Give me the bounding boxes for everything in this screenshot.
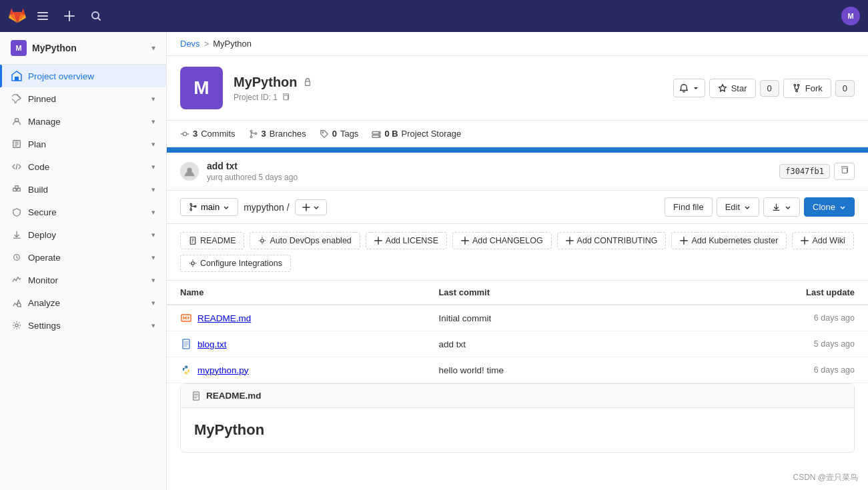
commit-message[interactable]: add txt — [207, 161, 238, 171]
svg-point-15 — [794, 84, 796, 86]
suggest-add-license[interactable]: Add LICENSE — [366, 232, 447, 249]
monitor-icon — [11, 274, 23, 286]
suggest-add-changelog[interactable]: Add CHANGELOG — [452, 232, 552, 249]
svg-point-26 — [379, 135, 380, 136]
svg-point-12 — [15, 324, 18, 327]
notifications-button[interactable] — [673, 79, 705, 97]
sidebar-toggle-icon[interactable] — [32, 5, 53, 27]
edit-button[interactable]: Edit — [717, 197, 759, 217]
file-update-cell: 6 days ago — [669, 305, 868, 331]
copy-id-icon[interactable] — [282, 93, 290, 101]
suggest-kubernetes-label: Add Kubernetes cluster — [691, 236, 778, 245]
pinned-chevron-icon: ▾ — [151, 95, 155, 103]
branches-stat[interactable]: 3 Branches — [249, 129, 306, 139]
commits-count: 3 — [193, 129, 197, 139]
sidebar-item-code[interactable]: Code ▾ — [0, 155, 166, 178]
sidebar-project-avatar: M — [11, 40, 27, 56]
manage-icon — [11, 115, 23, 127]
sidebar-item-secure[interactable]: Secure ▾ — [0, 201, 166, 223]
file-commit-message: add txt — [438, 339, 466, 349]
project-header: M MyPython Project ID: 1 Star — [167, 56, 868, 121]
suggest-contributing-label: Add CONTRIBUTING — [577, 236, 658, 245]
suggest-integrations-icon — [189, 259, 197, 267]
fork-button[interactable]: Fork — [783, 79, 831, 98]
notifications-chevron-icon — [693, 85, 699, 91]
suggest-add-contributing[interactable]: Add CONTRIBUTING — [557, 232, 667, 249]
branch-selector[interactable]: main — [180, 198, 238, 216]
secure-chevron-icon: ▾ — [151, 208, 155, 217]
analyze-icon — [11, 297, 23, 309]
sidebar-pinned-label: Pinned — [28, 94, 146, 104]
commit-hash[interactable]: f3047fb1 — [779, 164, 830, 179]
sidebar-item-analyze[interactable]: Analyze ▾ — [0, 291, 166, 314]
suggest-kubernetes[interactable]: Add Kubernetes cluster — [671, 232, 787, 249]
find-file-label: Find file — [673, 202, 704, 212]
sidebar-project-chevron: ▾ — [151, 43, 155, 53]
suggest-changelog-label: Add CHANGELOG — [472, 236, 543, 245]
project-id-text: Project ID: 1 — [234, 93, 278, 102]
copy-hash-button[interactable] — [834, 163, 855, 180]
file-commit-cell: add txt — [425, 331, 668, 357]
star-icon — [718, 83, 727, 93]
sidebar-item-build[interactable]: Build ▾ — [0, 178, 166, 201]
sidebar-item-operate[interactable]: Operate ▾ — [0, 246, 166, 269]
file-name-link[interactable]: mypython.py — [197, 365, 249, 375]
storage-stat: 0 B Project Storage — [372, 129, 461, 139]
download-button[interactable] — [763, 197, 800, 217]
suggest-readme[interactable]: README — [180, 232, 244, 249]
suggest-integrations[interactable]: Configure Integrations — [180, 255, 291, 272]
deploy-icon — [11, 229, 23, 241]
suggest-readme-label: README — [200, 236, 236, 245]
sidebar-item-monitor[interactable]: Monitor ▾ — [0, 269, 166, 291]
code-icon — [11, 161, 23, 173]
sidebar-plan-label: Plan — [28, 139, 146, 149]
table-row[interactable]: blog.txt add txt 5 days ago — [167, 331, 868, 357]
branches-label: Branches — [270, 129, 306, 139]
path-add-button[interactable] — [295, 199, 327, 215]
commits-stat[interactable]: 3 Commits — [180, 129, 236, 139]
commit-author: yurq — [207, 173, 222, 182]
table-row[interactable]: README.md Initial commit 6 days ago — [167, 305, 868, 331]
sidebar-project-name: MyPython — [32, 43, 77, 53]
copy-icon — [840, 166, 849, 175]
code-chevron-icon: ▾ — [151, 163, 155, 171]
sidebar-item-settings[interactable]: Settings ▾ — [0, 314, 166, 337]
commit-meta: yurq authored 5 days ago — [207, 173, 771, 182]
project-lock-icon — [303, 77, 312, 87]
gitlab-logo[interactable] — [8, 7, 27, 25]
branches-icon — [249, 129, 258, 139]
sidebar-item-deploy[interactable]: Deploy ▾ — [0, 223, 166, 246]
find-file-button[interactable]: Find file — [665, 197, 713, 217]
file-name-link[interactable]: README.md — [197, 313, 251, 323]
sidebar-item-pinned[interactable]: Pinned ▾ — [0, 87, 166, 110]
sidebar-item-plan[interactable]: Plan ▾ — [0, 133, 166, 155]
sidebar-item-manage[interactable]: Manage ▾ — [0, 110, 166, 133]
breadcrumb-parent[interactable]: Devs — [180, 39, 200, 49]
notification-icon — [679, 83, 689, 93]
suggest-auto-devops-label: Auto DevOps enabled — [270, 236, 351, 245]
star-button[interactable]: Star — [709, 79, 756, 98]
tags-stat[interactable]: 0 Tags — [320, 129, 359, 139]
suggested-actions: README Auto DevOps enabled Add LICENSE A… — [167, 224, 868, 281]
file-commit-cell: Initial commit — [425, 305, 668, 331]
readme-header: README.md — [181, 384, 854, 408]
plan-icon — [11, 138, 23, 150]
plan-chevron-icon: ▾ — [151, 140, 155, 149]
project-avatar: M — [180, 67, 223, 109]
new-item-icon[interactable] — [59, 5, 80, 27]
analyze-chevron-icon: ▾ — [151, 299, 155, 307]
clone-button[interactable]: Clone — [804, 197, 855, 217]
stats-bar: 3 Commits 3 Branches 0 Tags 0 B Project … — [167, 121, 868, 147]
suggest-auto-devops[interactable]: Auto DevOps enabled — [250, 232, 360, 249]
file-name-link[interactable]: blog.txt — [197, 339, 227, 349]
sidebar-item-project-overview[interactable]: Project overview — [0, 65, 166, 87]
build-icon — [11, 183, 23, 195]
suggest-integrations-label: Configure Integrations — [200, 259, 282, 268]
project-name: MyPython — [234, 75, 298, 90]
user-avatar[interactable]: M — [841, 7, 860, 25]
table-row[interactable]: mypython.py hello world! time 6 days ago — [167, 357, 868, 383]
search-icon[interactable] — [85, 5, 107, 27]
suggest-add-wiki[interactable]: Add Wiki — [792, 232, 853, 249]
sidebar-project-header[interactable]: M MyPython ▾ — [0, 32, 166, 65]
commits-icon — [180, 129, 189, 139]
